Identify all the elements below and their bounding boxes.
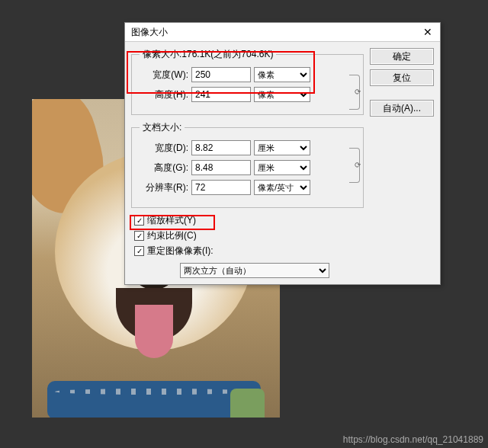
constrain-checkbox[interactable] [134, 231, 144, 241]
resample-checkbox[interactable] [134, 246, 144, 256]
doc-width-label: 宽度(D): [140, 142, 188, 155]
reset-button[interactable]: 复位 [370, 69, 434, 86]
resample-method-select[interactable]: 两次立方（自动） [180, 263, 329, 278]
doc-width-unit-select[interactable]: 厘米 [254, 140, 310, 155]
doc-width-input[interactable] [191, 140, 251, 155]
resolution-unit-select[interactable]: 像素/英寸 [254, 180, 310, 195]
close-icon[interactable]: ✕ [420, 26, 435, 38]
width-label: 宽度(W): [140, 69, 188, 82]
constrain-label: 约束比例(C) [147, 229, 197, 242]
width-input[interactable] [191, 67, 251, 82]
width-unit-select[interactable]: 像素 [254, 67, 310, 82]
link-icon[interactable] [349, 75, 360, 110]
watermark: https://blog.csdn.net/qq_21041889 [343, 434, 483, 445]
resolution-input[interactable] [191, 180, 251, 195]
pixel-legend: 像素大小:176.1K(之前为704.6K) [140, 48, 276, 61]
doc-height-input[interactable] [191, 160, 251, 175]
height-input[interactable] [191, 87, 251, 102]
titlebar: 图像大小 ✕ [125, 23, 440, 42]
doc-height-label: 高度(G): [140, 162, 188, 174]
image-size-dialog: 图像大小 ✕ 像素大小:176.1K(之前为704.6K) 宽度(W): 像素 … [124, 22, 441, 285]
height-unit-select[interactable]: 像素 [254, 87, 310, 102]
link-icon[interactable] [349, 148, 360, 183]
resample-label: 重定图像像素(I): [147, 245, 214, 258]
dialog-title: 图像大小 [131, 26, 420, 39]
pixel-dimensions-group: 像素大小:176.1K(之前为704.6K) 宽度(W): 像素 高度(H): … [131, 48, 364, 115]
document-size-group: 文档大小: 宽度(D): 厘米 高度(G): 厘米 分辨率(R): 像素/英寸 [131, 121, 364, 208]
resolution-label: 分辨率(R): [140, 181, 188, 194]
doc-legend: 文档大小: [140, 121, 185, 134]
height-label: 高度(H): [140, 88, 188, 101]
ok-button[interactable]: 确定 [370, 48, 434, 65]
scale-styles-checkbox[interactable] [134, 216, 144, 226]
auto-button[interactable]: 自动(A)... [370, 100, 434, 117]
doc-height-unit-select[interactable]: 厘米 [254, 160, 310, 175]
scale-styles-label: 缩放样式(Y) [147, 214, 196, 227]
